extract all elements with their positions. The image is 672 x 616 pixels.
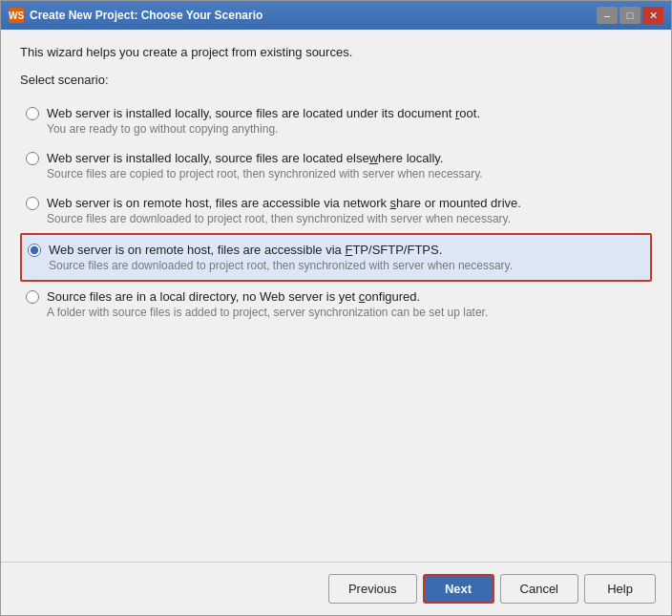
scenario-desc-5: A folder with source files is added to p… — [47, 306, 488, 319]
scenario-radio-1[interactable] — [26, 107, 39, 120]
dialog-window: WS Create New Project: Choose Your Scena… — [0, 0, 672, 616]
next-button[interactable]: Next — [423, 574, 494, 604]
scenario-desc-2: Source files are copied to project root,… — [47, 167, 483, 181]
section-label: Select scenario: — [20, 73, 652, 87]
scenario-text-2: Web server is installed locally, source … — [47, 151, 483, 181]
scenario-radio-5[interactable] — [26, 290, 39, 304]
scenario-list: Web server is installed locally, source … — [20, 98, 652, 546]
maximize-button[interactable]: □ — [620, 7, 640, 24]
scenario-row-3: Web server is on remote host, files are … — [26, 196, 646, 225]
scenario-text-5: Source files are in a local directory, n… — [47, 289, 488, 319]
scenario-desc-3: Source files are downloaded to project r… — [47, 212, 521, 225]
scenario-desc-1: You are ready to go without copying anyt… — [47, 122, 480, 136]
scenario-item-3[interactable]: Web server is on remote host, files are … — [20, 188, 652, 233]
cancel-button[interactable]: Cancel — [500, 574, 578, 604]
scenario-text-4: Web server is on remote host, files are … — [49, 243, 513, 272]
scenario-row-4: Web server is on remote host, files are … — [28, 243, 644, 272]
scenario-title-4: Web server is on remote host, files are … — [49, 243, 513, 257]
scenario-row-2: Web server is installed locally, source … — [26, 151, 646, 181]
scenario-desc-4: Source files are downloaded to project r… — [49, 259, 513, 272]
scenario-radio-3[interactable] — [26, 197, 39, 210]
scenario-title-5: Source files are in a local directory, n… — [47, 289, 488, 304]
scenario-item-5[interactable]: Source files are in a local directory, n… — [20, 282, 652, 327]
scenario-title-3: Web server is on remote host, files are … — [47, 196, 521, 210]
scenario-item-2[interactable]: Web server is installed locally, source … — [20, 143, 652, 188]
intro-text: This wizard helps you create a project f… — [20, 45, 652, 59]
scenario-text-3: Web server is on remote host, files are … — [47, 196, 521, 225]
previous-button[interactable]: Previous — [328, 574, 417, 604]
scenario-text-1: Web server is installed locally, source … — [47, 106, 480, 136]
scenario-radio-4[interactable] — [28, 244, 41, 257]
title-bar-left: WS Create New Project: Choose Your Scena… — [9, 8, 262, 23]
main-content: This wizard helps you create a project f… — [1, 30, 671, 562]
window-title: Create New Project: Choose Your Scenario — [30, 9, 262, 22]
scenario-radio-2[interactable] — [26, 152, 39, 165]
scenario-title-1: Web server is installed locally, source … — [47, 106, 480, 120]
title-bar: WS Create New Project: Choose Your Scena… — [1, 1, 671, 30]
scenario-row-1: Web server is installed locally, source … — [26, 106, 646, 136]
scenario-row-5: Source files are in a local directory, n… — [26, 289, 646, 319]
close-button[interactable]: ✕ — [642, 7, 663, 24]
scenario-item-4[interactable]: Web server is on remote host, files are … — [20, 233, 652, 282]
help-button[interactable]: Help — [584, 574, 656, 604]
title-controls: – □ ✕ — [597, 7, 663, 24]
scenario-item-1[interactable]: Web server is installed locally, source … — [20, 98, 652, 143]
footer: Previous Next Cancel Help — [1, 562, 671, 615]
scenario-title-2: Web server is installed locally, source … — [47, 151, 483, 165]
minimize-button[interactable]: – — [597, 7, 618, 24]
app-icon: WS — [9, 8, 24, 23]
